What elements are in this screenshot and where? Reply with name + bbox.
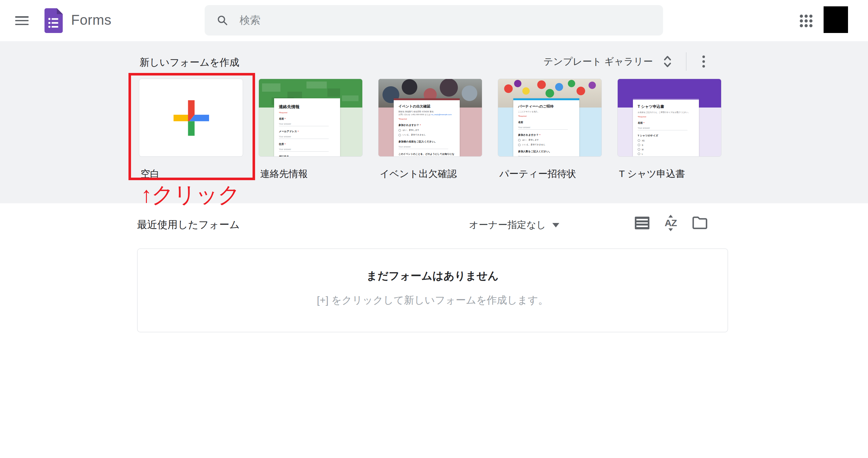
mini-form-radio-option: いいえ、参加できません — [518, 143, 575, 146]
mini-form-required: *Required — [279, 112, 335, 113]
account-avatar[interactable] — [824, 6, 848, 33]
event-template-thumbnail[interactable]: イベントの出欠確認 開催地: 郵便番号 都道府県 市区町村 番地 お問い合わせ:… — [378, 79, 482, 157]
mini-form-question: このイベントのことを、どのようにしてお知りになりましたか。 — [399, 153, 455, 157]
mini-form-radio-option: はい、参加します — [518, 139, 575, 141]
mini-form-question: T シャツのサイズ — [638, 134, 694, 137]
empty-state-card: まだフォームはありません [+] をクリックして新しいフォームを作成します。 — [137, 248, 728, 332]
mini-form-question: 参加人数をご記入ください。 — [518, 150, 575, 153]
search-placeholder: 検索 — [240, 13, 260, 28]
mini-form-theme-bar — [513, 98, 579, 100]
view-controls: AZ — [635, 215, 708, 231]
mini-form-label: 名前 * — [279, 117, 335, 121]
template-label: 空白 — [139, 167, 243, 181]
blank-template-thumbnail[interactable] — [139, 79, 243, 157]
mini-form-title: パーティーへのご招待 — [518, 104, 575, 109]
mini-form-label: 電話番号 — [279, 155, 335, 157]
event-mini-form: イベントの出欠確認 開催地: 郵便番号 都道府県 市区町村 番地 お問い合わせ:… — [394, 98, 460, 157]
template-label: パーティー招待状 — [498, 167, 602, 181]
recent-forms-section: 最近使用したフォーム オーナー指定なし AZ まだフォームはありません [+] … — [0, 203, 868, 458]
mini-form-answer: Your answer — [279, 123, 329, 126]
multicolor-plus-icon — [174, 100, 209, 137]
folder-icon[interactable] — [692, 216, 708, 230]
template-gallery-button[interactable]: テンプレート ギャラリー — [544, 55, 653, 68]
template-label: イベント出欠確認 — [378, 167, 482, 181]
mini-form-required: *Required — [399, 118, 455, 120]
empty-state-subtitle: [+] をクリックして新しいフォームを作成します。 — [138, 293, 727, 307]
contact-template-thumbnail[interactable]: 連絡先情報 *Required 名前 * Your answer メールアドレス… — [258, 79, 363, 157]
mini-form-answer: Your answer — [279, 135, 329, 139]
mini-form-radio-option: はい、参加します — [399, 129, 455, 132]
mini-form-question: 参加されますか？ * — [399, 123, 455, 127]
mini-form-question: 参加されますか？ * — [518, 133, 575, 137]
template-card-blank[interactable]: 空白 — [139, 79, 243, 181]
recent-forms-title: 最近使用したフォーム — [137, 218, 240, 232]
tshirt-template-thumbnail[interactable]: T シャツ申込書 お名前をご記入のうえ、ご希望のサイズをお選びください。 *Re… — [617, 79, 721, 157]
mini-form-label: 名前 — [518, 121, 575, 124]
divider — [686, 52, 686, 71]
mini-form-title: 連絡先情報 — [279, 104, 335, 110]
party-template-thumbnail[interactable]: パーティーへのご招待 ここにテキストを挿入。 *Required 名前 Your… — [498, 79, 602, 157]
template-label: T シャツ申込書 — [617, 167, 721, 181]
template-card-tshirt-signup[interactable]: T シャツ申込書 お名前をご記入のうえ、ご希望のサイズをお選びください。 *Re… — [617, 79, 721, 181]
template-card-contact-info[interactable]: 連絡先情報 *Required 名前 * Your answer メールアドレス… — [258, 79, 363, 181]
recent-forms-toolbar: 最近使用したフォーム オーナー指定なし AZ — [137, 214, 728, 234]
mini-form-answer: Your answer — [518, 155, 568, 157]
mini-form-radio-option: XS — [638, 139, 694, 142]
sort-az-icon[interactable]: AZ — [664, 215, 677, 231]
mini-form-radio-option: S — [638, 144, 694, 146]
mini-form-label: メールアドレス * — [279, 130, 335, 133]
contact-mini-form: 連絡先情報 *Required 名前 * Your answer メールアドレス… — [274, 98, 340, 157]
mini-form-radio-option: M — [638, 148, 694, 151]
main-menu-icon[interactable] — [15, 16, 29, 25]
template-card-party-invite[interactable]: パーティーへのご招待 ここにテキストを挿入。 *Required 名前 Your… — [498, 79, 602, 181]
mini-form-answer: Your answer — [399, 145, 448, 149]
more-options-icon[interactable] — [701, 54, 707, 69]
tshirt-mini-form: T シャツ申込書 お名前をご記入のうえ、ご希望のサイズをお選びください。 *Re… — [633, 98, 699, 157]
template-section-title: 新しいフォームを作成 — [140, 56, 239, 69]
search-icon — [217, 14, 228, 26]
template-card-event-rsvp[interactable]: イベントの出欠確認 開催地: 郵便番号 都道府県 市区町村 番地 お問い合わせ:… — [378, 79, 482, 181]
app-title: Forms — [71, 12, 111, 28]
mini-form-label: 名前 * — [638, 121, 694, 125]
empty-state-title: まだフォームはありません — [138, 269, 727, 283]
template-gallery-section: 新しいフォームを作成 テンプレート ギャラリー — [0, 41, 868, 203]
forms-logo-icon[interactable] — [44, 8, 63, 34]
mini-form-required: *Required — [518, 115, 575, 117]
mini-form-radio-option: L — [638, 153, 694, 155]
list-view-icon[interactable] — [635, 217, 649, 229]
mini-form-question: 参加者の名前をご記入ください。 — [399, 140, 455, 143]
template-cards-row: 空白 連絡先情報 *Required 名前 * Your answer メールア… — [139, 79, 721, 181]
mini-form-theme-bar — [394, 98, 460, 100]
template-gallery-controls: テンプレート ギャラリー — [544, 54, 707, 69]
google-apps-icon[interactable] — [800, 14, 812, 27]
mini-form-description: お名前をご記入のうえ、ご希望のサイズをお選びください。 — [638, 111, 694, 114]
mini-form-label: 住所 * — [279, 142, 335, 146]
mini-form-theme-bar — [633, 98, 699, 100]
mini-form-description: 開催地: 郵便番号 都道府県 市区町村 番地 お問い合わせ: (+81) 000… — [399, 110, 455, 116]
owner-filter-dropdown[interactable]: オーナー指定なし — [469, 219, 559, 232]
dropdown-caret-icon — [552, 223, 559, 227]
mini-form-title: T シャツ申込書 — [638, 104, 694, 109]
template-label: 連絡先情報 — [258, 167, 363, 181]
mini-form-title: イベントの出欠確認 — [399, 104, 455, 109]
mini-form-required: *Required — [638, 116, 694, 118]
party-mini-form: パーティーへのご招待 ここにテキストを挿入。 *Required 名前 Your… — [513, 98, 579, 157]
mini-form-answer: Your answer — [279, 148, 329, 152]
mini-form-answer: Your answer — [638, 127, 687, 130]
mini-form-answer: Your answer — [518, 126, 568, 130]
unfold-more-icon[interactable] — [662, 55, 673, 68]
mini-form-description: ここにテキストを挿入。 — [518, 110, 575, 113]
owner-filter-value: オーナー指定なし — [469, 219, 546, 232]
search-input[interactable]: 検索 — [205, 5, 663, 35]
annotation-click-text: ↑クリック — [141, 180, 240, 210]
mini-form-radio-option: いいえ、参加できません — [399, 134, 455, 136]
top-app-bar: Forms 検索 — [0, 0, 868, 41]
